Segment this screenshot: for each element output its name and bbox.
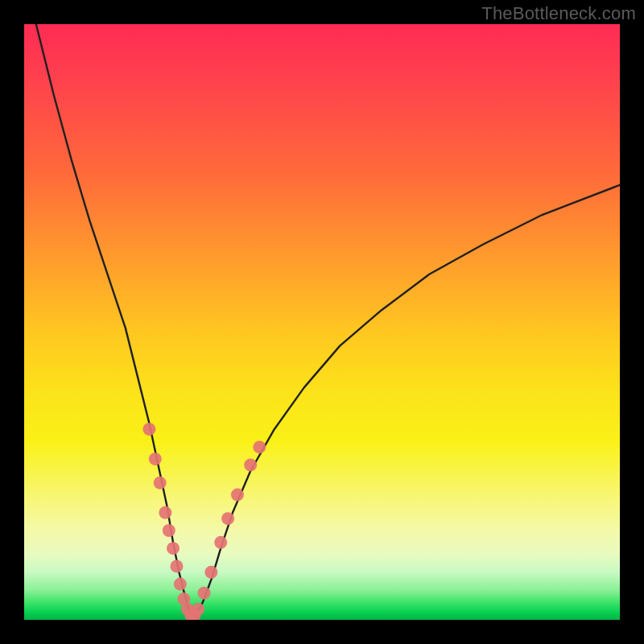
- data-point: [142, 423, 155, 436]
- bottleneck-curve: [36, 24, 620, 617]
- data-point: [163, 524, 175, 537]
- data-point: [214, 536, 227, 549]
- data-point: [244, 459, 257, 472]
- data-point: [197, 587, 210, 600]
- curve-layer: [24, 24, 620, 620]
- data-point: [154, 477, 167, 489]
- data-point: [192, 603, 204, 616]
- data-point: [170, 559, 183, 572]
- data-point: [159, 506, 171, 519]
- data-point: [149, 452, 162, 465]
- watermark-text: TheBottleneck.com: [481, 3, 636, 24]
- plot-area: [24, 24, 620, 620]
- data-point: [167, 542, 180, 555]
- chart-frame: TheBottleneck.com: [0, 0, 644, 644]
- highlighted-points: [142, 423, 266, 620]
- data-point: [204, 566, 217, 579]
- data-point: [174, 578, 187, 591]
- data-point: [231, 489, 244, 502]
- data-point: [253, 440, 266, 453]
- data-point: [221, 512, 234, 525]
